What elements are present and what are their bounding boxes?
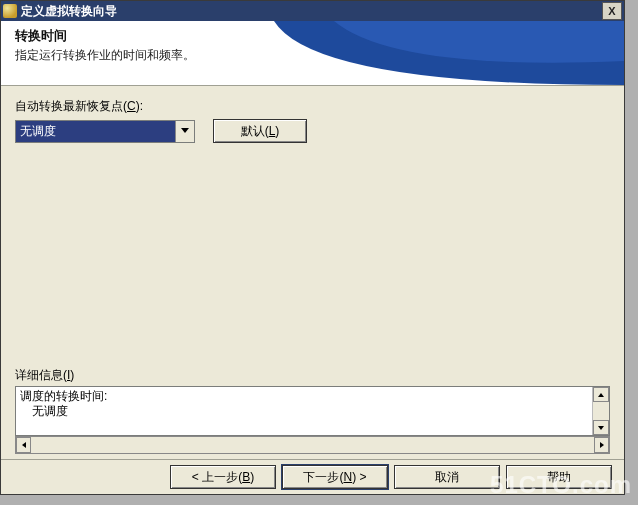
scroll-down-button[interactable] <box>593 420 609 435</box>
chevron-down-icon <box>598 426 604 430</box>
empty-area <box>15 149 610 367</box>
help-button[interactable]: 帮助 <box>506 465 612 489</box>
combo-dropdown-button[interactable] <box>175 121 194 142</box>
main-content: 自动转换最新恢复点(C): 无调度 默认(L) 详细信息(I) 调度的转换时间:… <box>1 86 624 460</box>
details-textarea[interactable]: 调度的转换时间: 无调度 <box>15 386 610 436</box>
chevron-up-icon <box>598 393 604 397</box>
wizard-window: 定义虚拟转换向导 X 转换时间 指定运行转换作业的时间和频率。 自动转换最新恢复… <box>0 0 625 495</box>
app-icon <box>3 4 17 18</box>
back-button[interactable]: < 上一步(B) <box>170 465 276 489</box>
scroll-left-button[interactable] <box>16 437 31 453</box>
close-icon: X <box>608 5 615 17</box>
page-subtitle: 指定运行转换作业的时间和频率。 <box>15 47 195 64</box>
titlebar: 定义虚拟转换向导 X <box>1 1 624 21</box>
chevron-left-icon <box>22 442 26 448</box>
autoconvert-label: 自动转换最新恢复点(C): <box>15 98 610 115</box>
page-title: 转换时间 <box>15 27 195 45</box>
next-button[interactable]: 下一步(N) > <box>282 465 388 489</box>
wizard-header: 转换时间 指定运行转换作业的时间和频率。 <box>1 21 624 86</box>
window-title: 定义虚拟转换向导 <box>21 3 602 20</box>
details-line-2: 无调度 <box>20 404 588 419</box>
schedule-combo-value: 无调度 <box>16 121 175 142</box>
vertical-scrollbar[interactable] <box>592 387 609 435</box>
header-curve-graphic <box>274 21 624 85</box>
wizard-button-bar: < 上一步(B) 下一步(N) > 取消 帮助 <box>1 459 624 494</box>
scroll-right-button[interactable] <box>594 437 609 453</box>
details-content: 调度的转换时间: 无调度 <box>16 387 592 435</box>
chevron-right-icon <box>600 442 604 448</box>
details-label: 详细信息(I) <box>15 367 610 384</box>
scroll-up-button[interactable] <box>593 387 609 402</box>
cancel-button[interactable]: 取消 <box>394 465 500 489</box>
chevron-down-icon <box>181 128 189 134</box>
schedule-combo[interactable]: 无调度 <box>15 120 195 143</box>
default-button[interactable]: 默认(L) <box>213 119 307 143</box>
close-button[interactable]: X <box>602 2 622 20</box>
horizontal-scrollbar[interactable] <box>15 436 610 454</box>
details-line-1: 调度的转换时间: <box>20 389 588 404</box>
